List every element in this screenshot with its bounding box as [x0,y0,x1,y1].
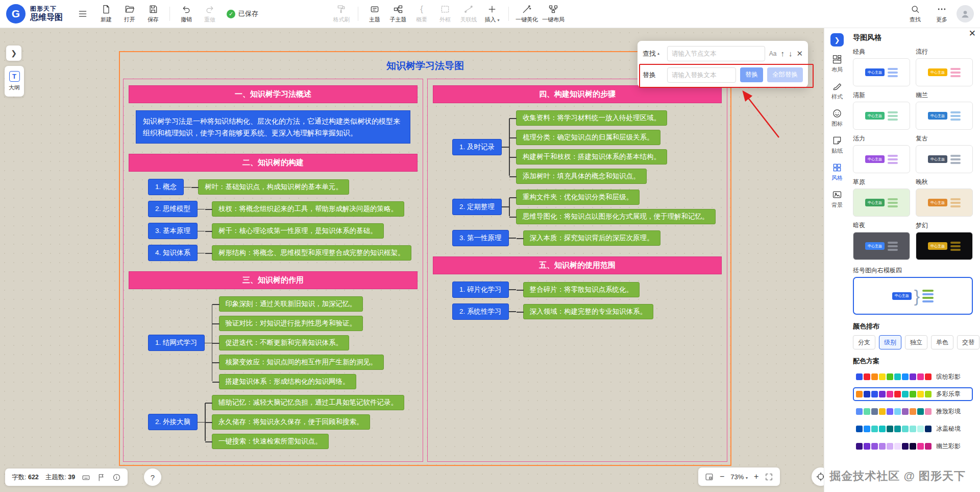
style-card[interactable]: 晚秋 中心主题 [916,178,973,217]
replace-input[interactable] [667,67,736,83]
shortcut-keyboard-icon[interactable] [82,473,90,482]
topic-node[interactable]: 2. 思维模型 [148,201,198,217]
summary-button[interactable]: { 概要 [410,2,433,26]
minimap-icon[interactable] [705,473,714,481]
topic-node[interactable]: 深入领域：构建完整的专业知识体系。 [523,304,654,319]
beautify-button[interactable]: 一键美化 [513,2,540,26]
color-layout-independent[interactable]: 独立 [905,335,927,349]
topic-node[interactable]: 验证对比：对知识进行批判性思考和验证。 [219,316,363,331]
section-header[interactable]: 二、知识树的构建 [129,154,418,172]
find-input[interactable] [667,46,765,61]
topic-node[interactable]: 深入本质：探究知识背后的深层次原理。 [523,230,660,246]
tab-style[interactable]: 样式 [831,81,843,101]
topic-node[interactable]: 促进迭代：不断更新和完善知识体系。 [219,335,350,350]
tab-theme-style[interactable]: 风格 [831,162,843,182]
topic-node[interactable]: 一键搜索：快速检索所需知识点。 [212,434,329,449]
style-card[interactable]: 经典 中心主题 [853,48,910,86]
map-title[interactable]: 知识树学习法导图 [123,55,727,79]
topic-node[interactable]: 树叶：基础知识点，构成知识树的基本单元。 [198,179,349,195]
topic-node[interactable]: 整合碎片：将零散知识点系统化。 [523,282,640,297]
template-thumbnail[interactable]: 中心主题 } [853,277,973,315]
topic-node[interactable]: 2. 系统性学习 [452,303,509,320]
topic-node[interactable]: 3. 基本原理 [148,223,198,239]
section-header[interactable]: 一、知识树学习法概述 [129,85,418,103]
zoom-level[interactable]: 73% ▾ [730,473,748,481]
style-card[interactable]: 活力 中心主题 [853,134,910,173]
new-button[interactable]: 新建 [94,2,118,26]
undo-button[interactable]: 撤销 [175,2,198,26]
topic-node[interactable]: 印象深刻：通过关联新旧知识，加深记忆。 [219,296,363,312]
help-button[interactable]: ? [144,468,161,486]
section-header[interactable]: 三、知识树的作用 [129,271,418,289]
style-card[interactable]: 草原 中心主题 [853,178,910,217]
topic-node[interactable]: 1. 及时记录 [452,139,502,155]
topic-node[interactable]: 1. 概念 [148,179,184,195]
style-card[interactable]: 梦幻 中心主题 [916,221,973,260]
style-card[interactable]: 暗夜 中心主题 [853,221,910,260]
close-find-icon[interactable]: ✕ [796,49,803,58]
relation-line-button[interactable]: 关联线 [457,2,480,26]
sidebar-expand-button[interactable]: ❯ [6,45,21,61]
topic-node[interactable]: 2. 定期整理 [452,199,502,215]
style-card[interactable]: 流行 中心主题 [916,48,973,86]
topic-node[interactable]: 树干：核心理论或第一性原理，是知识体系的基础。 [212,223,384,239]
topic-node[interactable]: 永久储存：将知识永久保存，便于回顾和搜索。 [212,414,370,430]
color-layout-mono[interactable]: 单色 [931,335,953,349]
more-button[interactable]: 更多 [930,2,953,26]
topic-node[interactable]: 核聚变效应：知识点间的相互作用产生新的洞见。 [219,355,384,370]
section-header[interactable]: 五、知识树的使用范围 [433,256,722,274]
menu-button[interactable] [71,2,94,26]
redo-button[interactable]: 重做 [198,2,222,26]
palette-row[interactable]: 幽兰彩影 [853,439,973,453]
topic-node[interactable]: 辅助记忆：减轻大脑记忆负担，通过工具如笔记软件记录。 [212,395,404,410]
panel-collapse-button[interactable]: ❯ [830,33,844,46]
palette-row[interactable]: 缤纷彩影 [853,370,973,384]
topic-node[interactable]: 思维导图化：将知识点以图形化方式展现，便于理解和记忆。 [516,209,716,224]
palette-row[interactable]: 雅致彩境 [853,405,973,418]
section-header[interactable]: 四、构建知识树的步骤 [433,85,722,103]
topic-node[interactable]: 重构文件夹：优化知识分类和层级。 [516,190,640,205]
open-button[interactable]: 打开 [118,2,141,26]
find-prev-arrow-icon[interactable]: ↑ [780,49,785,58]
outline-button[interactable]: T 大纲 [5,66,24,97]
autolayout-button[interactable]: 一键布局 [540,2,567,26]
fullscreen-icon[interactable] [765,473,773,481]
style-card[interactable]: 幽兰 中心主题 [916,91,973,130]
color-layout-alternate[interactable]: 交替 [957,335,979,349]
replace-button[interactable]: 替换 [740,67,763,82]
topic-node[interactable]: 知识树学习法是一种将知识结构化、层次化的方法，它通过构建类似树状的模型来组织和梳… [136,110,410,144]
topic-node[interactable]: 构建树干和枝杈：搭建知识体系的基本结构。 [516,149,667,165]
palette-row[interactable]: 冰盖秘境 [853,422,973,436]
mindmap-root[interactable]: 知识树学习法导图 一、知识树学习法概述 知识树学习法是一种将知识结构化、层次化的… [119,51,731,466]
topic-node[interactable]: 1. 碎片化学习 [452,282,509,298]
find-next-arrow-icon[interactable]: ↓ [789,49,793,58]
topic-node[interactable]: 4. 知识体系 [148,245,198,261]
close-panel-icon[interactable]: ✕ [969,28,976,39]
topic-node[interactable]: 树形结构：将概念、思维模型和原理整合成完整的知识框架。 [212,245,411,261]
color-layout-branch[interactable]: 分支 [853,335,875,349]
subtopic-button[interactable]: 子主题 [386,2,410,26]
insert-button[interactable]: 插入 ▾ [480,2,504,26]
topic-node[interactable]: 梳理分类：确定知识点的归属和层级关系。 [516,130,660,145]
search-button[interactable]: 查找 [903,2,927,26]
find-label[interactable]: 查找▴ [643,49,663,58]
color-layout-level[interactable]: 级别 [879,335,901,349]
topic-button[interactable]: 主题 [363,2,386,26]
style-card[interactable]: 清新 中心主题 [853,91,910,130]
info-icon[interactable] [112,473,121,482]
tab-background[interactable]: 背景 [831,190,843,209]
topic-node[interactable]: 3. 第一性原理 [452,230,509,246]
topic-node[interactable]: 1. 结网式学习 [148,335,205,351]
match-case-toggle[interactable]: Aa [769,50,777,57]
topic-node[interactable]: 枝杈：将概念组织起来的工具，帮助形成解决问题的策略。 [212,201,404,217]
flag-icon[interactable] [97,473,106,482]
topic-node[interactable]: 收集资料：将学习材料统一放入待处理区域。 [516,110,667,126]
save-button[interactable]: 保存 [141,2,165,26]
topic-node[interactable]: 搭建知识体系：形成结构化的知识网络。 [219,374,356,389]
tab-layout[interactable]: 布局 [831,54,843,74]
format-painter-button[interactable]: 格式刷 [330,2,353,26]
topic-node[interactable]: 添加树叶：填充具体的概念和知识点。 [516,169,647,184]
user-avatar[interactable] [957,5,974,22]
frame-button[interactable]: 外框 [433,2,457,26]
tab-icons[interactable]: 图标 [831,108,843,128]
